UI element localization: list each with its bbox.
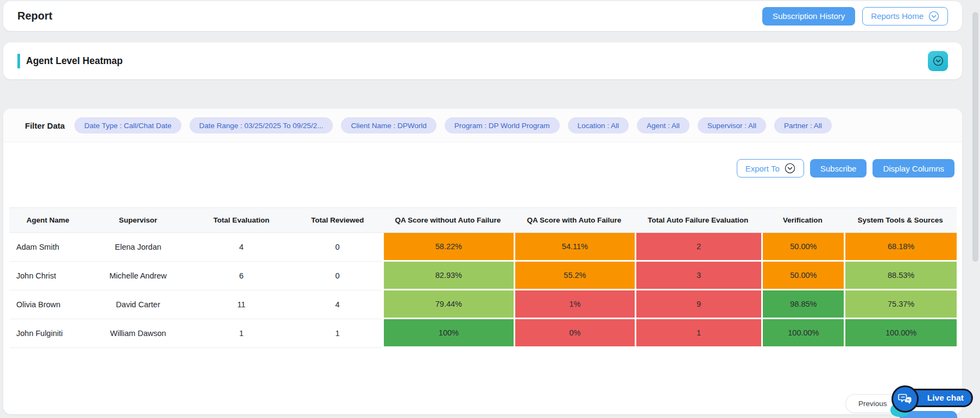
top-actions: Subscription History Reports Home: [762, 7, 948, 26]
export-to-button[interactable]: Export To: [737, 159, 804, 178]
page-scrollbar[interactable]: [972, 12, 978, 262]
table-cell: 98.85%: [761, 290, 844, 319]
table-cell: Elena Jordan: [86, 233, 189, 262]
table-cell: 3: [635, 262, 762, 290]
table-cell: 1: [189, 319, 293, 348]
heatmap-table: Agent NameSupervisorTotal EvaluationTota…: [9, 207, 957, 348]
table-cell: 1: [293, 319, 382, 348]
live-chat-label: Live chat: [927, 393, 964, 403]
chevron-down-icon: [785, 163, 795, 174]
chevron-down-icon: [928, 11, 939, 22]
display-columns-button[interactable]: Display Columns: [872, 159, 954, 178]
table-cell: John Christ: [9, 262, 86, 290]
table-cell: 1%: [514, 290, 634, 319]
subscription-history-button[interactable]: Subscription History: [762, 7, 855, 26]
table-row: Olivia BrownDavid Carter11479.44%1%998.8…: [9, 290, 957, 319]
table-row: John ChristMichelle Andrew6082.93%55.2%3…: [9, 262, 957, 290]
table-toolbar: Export To Subscribe Display Columns: [3, 142, 962, 178]
table-cell: 82.93%: [382, 262, 514, 290]
table-cell: 50.00%: [761, 233, 844, 262]
live-chat-widget[interactable]: Live chat: [890, 385, 980, 416]
filter-chip-3[interactable]: Program : DP World Program: [445, 117, 560, 134]
table-cell: Adam Smith: [9, 233, 86, 262]
table-row: John FulginitiWilliam Dawson11100%0%1100…: [9, 319, 957, 348]
filter-chip-2[interactable]: Client Name : DPWorld: [341, 117, 436, 134]
table-cell: 50.00%: [761, 262, 844, 290]
heatmap-table-container: Agent NameSupervisorTotal EvaluationTota…: [9, 207, 957, 348]
report-panel: Filter Data Date Type : Call/Chat DateDa…: [3, 109, 962, 414]
column-header-1: Supervisor: [86, 207, 189, 233]
table-cell: Olivia Brown: [9, 290, 86, 319]
filter-chip-0[interactable]: Date Type : Call/Chat Date: [74, 117, 181, 134]
table-cell: 4: [189, 233, 293, 262]
filter-chip-4[interactable]: Location : All: [568, 117, 629, 134]
column-header-8: System Tools & Sources: [844, 207, 957, 233]
table-cell: 100%: [382, 319, 514, 348]
section-accent-bar: [17, 54, 20, 68]
table-header-row: Agent NameSupervisorTotal EvaluationTota…: [9, 207, 957, 233]
filter-chip-1[interactable]: Date Range : 03/25/2025 To 09/25/2...: [189, 117, 333, 134]
table-cell: 0: [293, 233, 382, 262]
reports-home-button[interactable]: Reports Home: [862, 7, 948, 26]
section-collapse-button[interactable]: [928, 51, 948, 71]
column-header-4: QA Score without Auto Failure: [382, 207, 514, 233]
table-cell: 100.00%: [844, 319, 957, 348]
table-cell: William Dawson: [86, 319, 189, 348]
top-bar: Report Subscription History Reports Home: [3, 1, 962, 31]
chat-bubbles-icon: [892, 385, 919, 413]
table-cell: Michelle Andrew: [86, 262, 189, 290]
reports-home-label: Reports Home: [871, 11, 924, 21]
table-cell: 79.44%: [382, 290, 514, 319]
column-header-2: Total Evaluation: [189, 207, 293, 233]
page-title: Report: [17, 10, 52, 22]
table-cell: 0%: [514, 319, 634, 348]
table-cell: 9: [635, 290, 762, 319]
column-header-5: QA Score with Auto Failure: [514, 207, 634, 233]
table-cell: 4: [293, 290, 382, 319]
filter-bar: Filter Data Date Type : Call/Chat DateDa…: [3, 109, 962, 142]
column-header-0: Agent Name: [9, 207, 86, 233]
filter-chip-6[interactable]: Supervisor : All: [698, 117, 766, 134]
table-cell: 1: [635, 319, 762, 348]
column-header-6: Total Auto Failure Evaluation: [635, 207, 762, 233]
table-cell: 0: [293, 262, 382, 290]
table-cell: 11: [189, 290, 293, 319]
column-header-3: Total Reviewed: [293, 207, 382, 233]
filter-label: Filter Data: [25, 121, 65, 130]
filter-chip-7[interactable]: Partner : All: [774, 117, 832, 134]
table-cell: David Carter: [86, 290, 189, 319]
export-to-label: Export To: [745, 164, 780, 173]
subscribe-button[interactable]: Subscribe: [810, 159, 867, 178]
table-cell: John Fulginiti: [9, 319, 86, 348]
chevron-down-icon: [933, 55, 944, 66]
table-cell: 55.2%: [514, 262, 634, 290]
table-cell: 68.18%: [844, 233, 957, 262]
column-header-7: Verification: [761, 207, 844, 233]
table-cell: 88.53%: [844, 262, 957, 290]
table-cell: 100.00%: [761, 319, 844, 348]
table-cell: 6: [189, 262, 293, 290]
table-row: Adam SmithElena Jordan4058.22%54.11%250.…: [9, 233, 957, 262]
section-header: Agent Level Heatmap: [3, 42, 962, 79]
table-cell: 75.37%: [844, 290, 957, 319]
table-cell: 58.22%: [382, 233, 514, 262]
table-cell: 2: [635, 233, 762, 262]
filter-chip-5[interactable]: Agent : All: [637, 117, 690, 134]
table-cell: 54.11%: [514, 233, 634, 262]
section-title: Agent Level Heatmap: [26, 55, 123, 67]
